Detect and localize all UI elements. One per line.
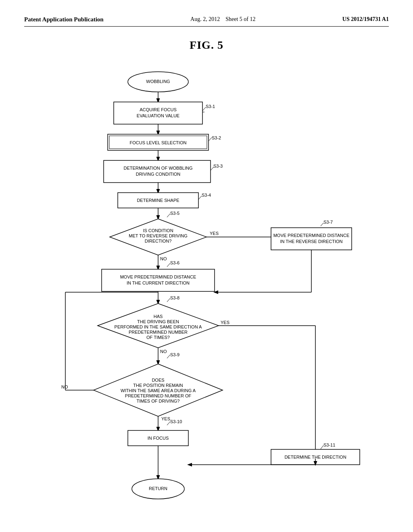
svg-line-86 [321, 223, 323, 226]
svg-text:MOVE PREDETERMINED DISTANCE: MOVE PREDETERMINED DISTANCE [273, 233, 350, 238]
svg-text:DRIVING CONDITION: DRIVING CONDITION [136, 172, 181, 177]
svg-text:ACQUIRE FOCUS: ACQUIRE FOCUS [140, 107, 177, 112]
svg-line-81 [209, 137, 212, 141]
svg-text:DETERMINE SHAPE: DETERMINE SHAPE [137, 198, 179, 203]
svg-line-90 [321, 445, 323, 449]
svg-line-83 [198, 196, 202, 200]
svg-text:S3-9: S3-9 [170, 352, 179, 357]
svg-text:DOES: DOES [152, 378, 164, 382]
svg-text:EVALUATION VALUE: EVALUATION VALUE [137, 113, 179, 118]
svg-text:S3-7: S3-7 [323, 220, 333, 224]
svg-line-82 [211, 167, 214, 170]
svg-text:S3-11: S3-11 [323, 443, 335, 447]
svg-text:THE DRIVING BEEN: THE DRIVING BEEN [137, 319, 179, 324]
svg-line-80 [202, 107, 206, 111]
svg-text:S3-5: S3-5 [170, 211, 179, 216]
svg-text:S3-2: S3-2 [212, 135, 221, 140]
svg-text:YES: YES [210, 231, 219, 236]
svg-line-88 [167, 355, 170, 358]
svg-text:S3-6: S3-6 [170, 260, 179, 265]
svg-text:IS CONDITION: IS CONDITION [143, 228, 173, 233]
svg-text:PREDETERMINED NUMBER: PREDETERMINED NUMBER [129, 330, 188, 335]
svg-text:NO: NO [160, 256, 167, 261]
figure-title: FIG. 5 [24, 39, 389, 52]
svg-text:NO: NO [61, 384, 68, 389]
svg-text:S3-4: S3-4 [202, 193, 211, 197]
svg-text:YES: YES [221, 320, 229, 325]
svg-line-85 [167, 263, 170, 267]
svg-text:MET TO REVERSE DRIVING: MET TO REVERSE DRIVING [129, 233, 187, 238]
header: Patent Application Publication Aug. 2, 2… [24, 16, 389, 27]
svg-text:S3-8: S3-8 [170, 295, 179, 300]
header-left: Patent Application Publication [24, 16, 104, 23]
svg-text:MOVE PREDETERMINED DISTANCE: MOVE PREDETERMINED DISTANCE [120, 274, 196, 279]
svg-line-84 [167, 214, 170, 217]
svg-text:NO: NO [160, 349, 167, 354]
svg-text:PREDETERMINED NUMBER OF: PREDETERMINED NUMBER OF [125, 393, 192, 398]
header-right: US 2012/194731 A1 [342, 16, 389, 23]
svg-line-89 [167, 422, 170, 425]
svg-text:IN THE REVERSE DIRECTION: IN THE REVERSE DIRECTION [280, 239, 342, 244]
svg-text:RETURN: RETURN [149, 486, 167, 491]
svg-text:YES: YES [161, 416, 170, 421]
svg-text:WITHIN THE SAME AREA DURING A: WITHIN THE SAME AREA DURING A [121, 388, 196, 393]
svg-line-87 [167, 298, 170, 302]
header-center: Aug. 2, 2012 Sheet 5 of 12 [190, 16, 255, 23]
header-date: Aug. 2, 2012 [190, 16, 220, 22]
svg-text:IN THE CURRENT DIRECTION: IN THE CURRENT DIRECTION [127, 281, 190, 285]
svg-text:HAS: HAS [154, 314, 163, 319]
svg-text:FOCUS LEVEL SELECTION: FOCUS LEVEL SELECTION [130, 140, 187, 145]
flowchart: WOBBLING ACQUIRE FOCUS EVALUATION VALUE … [33, 64, 380, 507]
page: Patent Application Publication Aug. 2, 2… [0, 0, 413, 532]
svg-text:THE POSITION REMAIN: THE POSITION REMAIN [133, 383, 183, 388]
svg-text:DETERMINATION OF WOBBLING: DETERMINATION OF WOBBLING [124, 166, 193, 170]
svg-text:OF TIMES?: OF TIMES? [146, 335, 170, 340]
svg-text:PERFORMED IN THE SAME DIRECTIO: PERFORMED IN THE SAME DIRECTION A [115, 324, 202, 329]
svg-text:S3-1: S3-1 [206, 104, 215, 109]
svg-text:WOBBLING: WOBBLING [146, 79, 170, 84]
svg-text:IN FOCUS: IN FOCUS [148, 436, 169, 441]
svg-text:TIMES OF DRIVING?: TIMES OF DRIVING? [137, 399, 180, 403]
svg-text:DIRECTION?: DIRECTION? [145, 239, 172, 243]
header-sheet: Sheet 5 of 12 [225, 16, 255, 22]
svg-text:S3-10: S3-10 [170, 419, 182, 424]
svg-text:S3-3: S3-3 [213, 164, 223, 168]
